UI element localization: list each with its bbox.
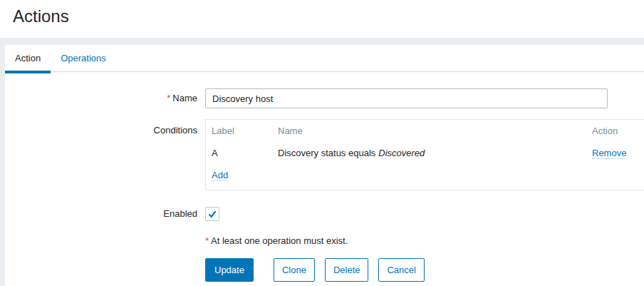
tab-action[interactable]: Action	[5, 45, 51, 71]
tab-operations-label: Operations	[61, 53, 106, 63]
condition-remove-link[interactable]: Remove	[592, 148, 626, 159]
conditions-col-label: Label	[212, 126, 278, 136]
condition-name: Discovery status equalsDiscovered	[278, 148, 592, 158]
clone-button[interactable]: Clone	[274, 258, 315, 282]
tabbar: Action Operations	[5, 45, 644, 72]
enabled-checkbox[interactable]	[205, 207, 219, 221]
page-title: Actions	[13, 6, 69, 26]
buttons-row: Update Clone Delete Cancel	[5, 258, 644, 282]
enabled-label: Enabled	[5, 207, 197, 221]
action-form-panel: Action Operations *Name Conditions	[5, 45, 644, 286]
condition-add-link[interactable]: Add	[212, 170, 228, 181]
tab-action-label: Action	[15, 53, 41, 63]
checkmark-icon	[207, 209, 217, 219]
conditions-col-name: Name	[278, 126, 592, 136]
delete-button[interactable]: Delete	[325, 258, 369, 282]
action-form: *Name Conditions Label Name Action	[5, 88, 644, 282]
name-row: *Name	[5, 88, 644, 108]
note-text: At least one operation must exist.	[211, 235, 348, 246]
required-asterisk: *	[167, 93, 170, 103]
conditions-table: Label Name Action A Discovery status equ…	[205, 119, 644, 190]
name-input[interactable]	[205, 88, 608, 108]
conditions-row: Conditions Label Name Action A Discovery…	[5, 119, 644, 190]
operation-note: *At least one operation must exist.	[205, 235, 348, 246]
conditions-label: Conditions	[5, 119, 197, 141]
name-label: *Name	[5, 88, 197, 108]
condition-name-text: Discovery status equals	[278, 148, 375, 158]
conditions-add-row: Add	[212, 163, 644, 187]
content-area: Action Operations *Name Conditions	[0, 38, 644, 286]
conditions-col-action: Action	[592, 126, 644, 136]
enabled-row: Enabled	[5, 207, 644, 221]
note-row: *At least one operation must exist.	[5, 235, 644, 246]
tab-operations[interactable]: Operations	[51, 45, 116, 71]
condition-label: A	[212, 148, 278, 158]
note-asterisk: *	[205, 235, 209, 246]
condition-name-value: Discovered	[378, 148, 425, 158]
condition-row: A Discovery status equalsDiscovered Remo…	[212, 142, 644, 163]
cancel-button[interactable]: Cancel	[378, 258, 424, 282]
page-header: Actions	[0, 0, 644, 38]
name-label-text: Name	[172, 93, 197, 103]
conditions-header-row: Label Name Action	[212, 120, 644, 142]
update-button[interactable]: Update	[205, 258, 254, 282]
